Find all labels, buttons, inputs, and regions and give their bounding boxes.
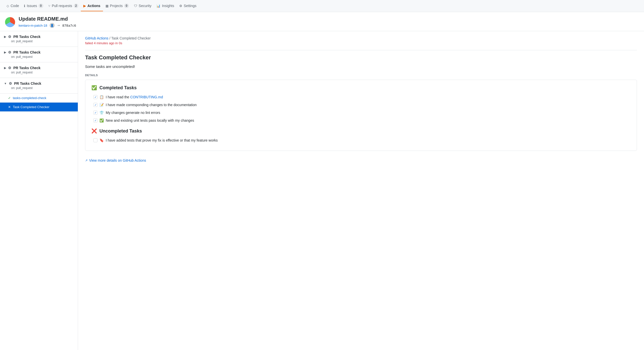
chevron-right-icon-2: ▶ (4, 51, 6, 54)
details-card: ✅ Completed Tasks ✓ 📋 I have read the CO… (85, 80, 637, 151)
pull-request-icon: ⑂ (48, 4, 50, 8)
task-item-4: ✓ ✅ New and existing unit tests pass loc… (93, 118, 631, 123)
view-more-link[interactable]: ↗ View more details on GitHub Actions (85, 158, 146, 162)
nav-security-label: Security (139, 4, 152, 8)
issues-badge: 0 (39, 4, 43, 8)
workflow-icon-3: ⚙ (8, 66, 11, 70)
task-check-2: ✓ (93, 103, 97, 107)
issues-icon: ℹ (24, 4, 25, 8)
sidebar-item-sub-3: on: pull_request (11, 71, 74, 74)
section-divider-1 (85, 50, 637, 50)
workflow-icon-2: ⚙ (8, 50, 11, 54)
breadcrumb-separator: / (110, 36, 112, 40)
breadcrumb-actions-link[interactable]: GitHub Actions (85, 36, 110, 40)
nav-security[interactable]: 🛡 Security (131, 1, 154, 11)
uncompleted-task-text-1: I have added tests that prove my fix is … (106, 138, 218, 143)
sidebar-label-4: PR Tasks Check (14, 81, 41, 85)
header-meta: kentaro-m-patch-18 👤 ⇢ 878a7c6 (19, 23, 76, 28)
breadcrumb-current: Task Completed Checker (111, 36, 151, 40)
nav-projects[interactable]: ▦ Projects 0 (103, 1, 131, 12)
breadcrumb: GitHub Actions / Task Completed Checker (85, 36, 637, 40)
chevron-right-icon: ▶ (4, 35, 6, 38)
sub-item-label-1: tasks-completed-check (13, 96, 46, 100)
projects-badge: 0 (124, 4, 129, 8)
checker-desc: Some tasks are uncompleted! (85, 64, 637, 69)
sidebar-item-header: ▶ ⚙ PR Tasks Check (4, 35, 74, 39)
task-text-4: New and existing unit tests pass locally… (106, 118, 194, 123)
nav-insights[interactable]: 📊 Insights (154, 1, 176, 11)
completed-heading-text: Completed Tasks (99, 85, 137, 91)
sidebar-sub-item-task-completed-checker[interactable]: ✕ Task Completed Checker (0, 103, 78, 112)
sidebar-sub-item-tasks-completed-check[interactable]: ✓ tasks-completed-check (0, 94, 78, 103)
task-emoji-3: 👕 (99, 110, 104, 115)
commit-hash: 878a7c6 (62, 24, 76, 27)
task-emoji-4: ✅ (99, 118, 104, 123)
nav-actions-label: Actions (87, 4, 100, 8)
nav-settings[interactable]: ⚙ Settings (177, 1, 199, 11)
task-item-2: ✓ 📝 I have made corresponding changes to… (93, 102, 631, 108)
details-label: DETAILS (85, 74, 637, 77)
sidebar-item-header-2: ▶ ⚙ PR Tasks Check (4, 50, 74, 54)
sidebar-label-1: PR Tasks Check (13, 35, 41, 39)
nav-code-label: Code (11, 4, 19, 8)
sidebar-item-pr-tasks-1[interactable]: ▶ ⚙ PR Tasks Check on: pull_request (0, 31, 78, 47)
page-title: Update README.md (19, 16, 76, 22)
completed-heading: ✅ Completed Tasks (91, 85, 631, 91)
workflow-icon-4: ⚙ (9, 81, 12, 85)
page-header: Update README.md kentaro-m-patch-18 👤 ⇢ … (0, 12, 644, 31)
task-emoji-2: 📝 (99, 102, 104, 108)
security-icon: 🛡 (134, 4, 137, 8)
sidebar-label-3: PR Tasks Check (13, 66, 41, 70)
chevron-down-icon: ▼ (4, 82, 7, 85)
uncompleted-section: ❌ Uncompleted Tasks 🔖 I have added tests… (91, 128, 631, 143)
task-item-1: ✓ 📋 I have read the CONTRIBUTING.md (93, 95, 631, 100)
insights-icon: 📊 (156, 4, 160, 8)
sub-item-label-2: Task Completed Checker (13, 105, 49, 109)
success-check-icon: ✓ (8, 96, 11, 100)
uncompleted-emoji-1: 🔖 (99, 138, 104, 143)
actions-icon: ▶ (83, 4, 86, 8)
repo-logo (5, 17, 15, 27)
view-more-text: View more details on GitHub Actions (89, 158, 146, 162)
nav-pull-requests-label: Pull requests (52, 4, 72, 8)
completed-task-list: ✓ 📋 I have read the CONTRIBUTING.md ✓ 📝 … (93, 95, 631, 123)
chevron-right-icon-3: ▶ (4, 66, 6, 70)
task-check-3: ✓ (93, 111, 97, 115)
branch-link[interactable]: kentaro-m-patch-18 (19, 24, 47, 27)
task-uncheck-1 (93, 138, 97, 142)
workflow-icon: ⚙ (8, 35, 11, 39)
nav-code[interactable]: ◇ Code (4, 1, 21, 11)
sidebar-item-pr-tasks-3[interactable]: ▶ ⚙ PR Tasks Check on: pull_request (0, 62, 78, 78)
top-nav: ◇ Code ℹ Issues 0 ⑂ Pull requests 2 ▶ Ac… (0, 0, 644, 12)
status-line: failed 4 minutes ago in 0s (85, 41, 637, 45)
breadcrumb-prefix: GitHub Actions (85, 36, 109, 40)
settings-icon: ⚙ (179, 4, 182, 8)
sidebar-item-pr-tasks-4[interactable]: ▼ ⚙ PR Tasks Check on: pull_request (0, 78, 78, 94)
task-item-3: ✓ 👕 My changes generate no lint errors (93, 110, 631, 115)
nav-pull-requests[interactable]: ⑂ Pull requests 2 (46, 1, 81, 12)
sidebar: ▶ ⚙ PR Tasks Check on: pull_request ▶ ⚙ … (0, 31, 78, 350)
sidebar-item-sub-4: on: pull_request (11, 86, 74, 90)
task-text-1: I have read the CONTRIBUTING.md (106, 95, 163, 100)
sidebar-item-pr-tasks-2[interactable]: ▶ ⚙ PR Tasks Check on: pull_request (0, 47, 78, 62)
nav-projects-label: Projects (110, 4, 123, 8)
uncompleted-heading: ❌ Uncompleted Tasks (91, 128, 631, 134)
main-layout: ▶ ⚙ PR Tasks Check on: pull_request ▶ ⚙ … (0, 31, 644, 350)
task-check-4: ✓ (93, 118, 97, 122)
failure-x-icon: ✕ (8, 105, 11, 109)
task-text-3: My changes generate no lint errors (106, 110, 160, 115)
projects-icon: ▦ (105, 4, 109, 8)
uncompleted-heading-text: Uncompleted Tasks (99, 128, 142, 134)
contributing-link[interactable]: CONTRIBUTING.md (130, 95, 163, 99)
header-info: Update README.md kentaro-m-patch-18 👤 ⇢ … (19, 16, 76, 28)
sidebar-item-header-3: ▶ ⚙ PR Tasks Check (4, 66, 74, 70)
nav-settings-label: Settings (184, 4, 197, 8)
sidebar-item-sub-2: on: pull_request (11, 55, 74, 59)
external-link-icon: ↗ (85, 159, 88, 162)
nav-issues[interactable]: ℹ Issues 0 (21, 1, 46, 12)
nav-actions[interactable]: ▶ Actions (81, 1, 103, 11)
task-text-2: I have made corresponding changes to the… (106, 102, 197, 108)
uncompleted-task-list: 🔖 I have added tests that prove my fix i… (93, 138, 631, 143)
commit-icon: ⇢ (57, 24, 60, 27)
avatar: 👤 (50, 23, 55, 28)
